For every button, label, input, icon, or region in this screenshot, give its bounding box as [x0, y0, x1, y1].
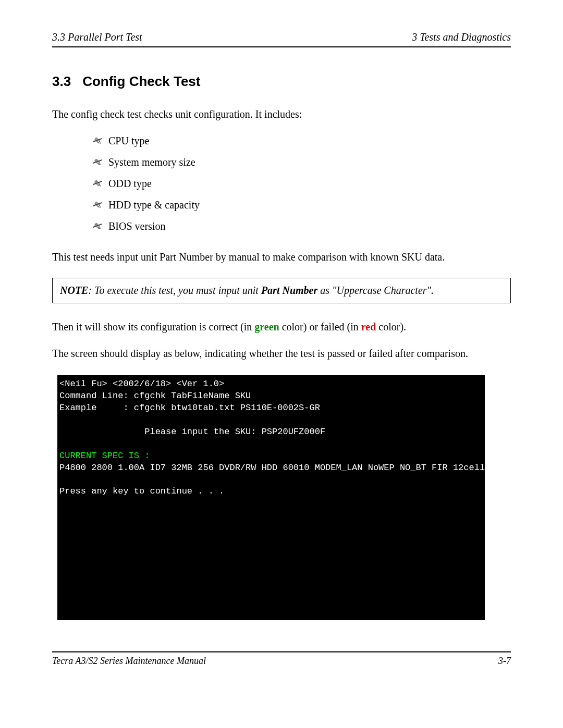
- term-line: P4800 2800 1.00A ID7 32MB 256 DVDR/RW HD…: [59, 463, 485, 473]
- note-emph: Part Number: [261, 285, 317, 296]
- term-line: Command Line: cfgchk TabFileName SKU: [59, 391, 251, 401]
- list-item-label: ODD type: [108, 178, 152, 190]
- list-item: ✎ ODD type: [94, 178, 511, 190]
- section-heading: 3.3Config Check Test: [52, 73, 511, 90]
- list-item: ✎ CPU type: [94, 135, 511, 147]
- intro-text: The config check test checks unit config…: [52, 108, 511, 120]
- check-list: ✎ CPU type ✎ System memory size ✎ ODD ty…: [52, 135, 511, 232]
- page-header: 3.3 Parallel Port Test 3 Tests and Diagn…: [52, 31, 511, 43]
- result-sentence: Then it will show its configuration is c…: [52, 321, 511, 333]
- list-item: ✎ System memory size: [94, 156, 511, 168]
- note-label: NOTE: [60, 285, 88, 296]
- list-item-label: CPU type: [108, 135, 149, 147]
- header-rule: [52, 46, 511, 47]
- term-line: Example : cfgchk btw10tab.txt PS110E-000…: [59, 403, 320, 413]
- red-word: red: [361, 321, 376, 332]
- list-item-label: HDD type & capacity: [108, 199, 200, 211]
- list-item-label: System memory size: [108, 156, 195, 168]
- pencil-icon: ✎: [94, 221, 108, 232]
- term-line-green: CURRENT SPEC IS :: [59, 451, 150, 461]
- note-text-before: : To execute this test, you must input u…: [88, 285, 261, 296]
- term-line: Please input the SKU: PSP20UFZ000F: [59, 427, 325, 437]
- list-item: ✎ HDD type & capacity: [94, 199, 511, 211]
- section-title: Config Check Test: [82, 73, 200, 89]
- result-before: Then it will show its configuration is c…: [52, 321, 254, 332]
- list-item-label: BIOS version: [108, 220, 165, 232]
- pencil-icon: ✎: [94, 157, 108, 168]
- section-number: 3.3: [52, 73, 71, 89]
- result-after: color).: [376, 321, 406, 332]
- term-line: <Neil Fu> <2002/6/18> <Ver 1.0>: [59, 379, 224, 389]
- note-box: NOTE: To execute this test, you must inp…: [52, 278, 511, 303]
- footer-rule: [52, 651, 511, 652]
- green-word: green: [254, 321, 279, 332]
- footer-left: Tecra A3/S2 Series Maintenance Manual: [52, 656, 206, 667]
- pencil-icon: ✎: [94, 200, 108, 211]
- paragraph-after-list: This test needs input unit Part Number b…: [52, 251, 511, 263]
- header-left: 3.3 Parallel Port Test: [52, 31, 142, 43]
- note-text-after: as "Uppercase Character".: [317, 285, 434, 296]
- header-right: 3 Tests and Diagnostics: [412, 31, 511, 43]
- below-sentence: The screen should display as below, indi…: [52, 348, 511, 360]
- pencil-icon: ✎: [94, 178, 108, 190]
- list-item: ✎ BIOS version: [94, 220, 511, 232]
- pencil-icon: ✎: [94, 135, 108, 147]
- footer-right: 3-7: [498, 656, 511, 667]
- terminal-screenshot: <Neil Fu> <2002/6/18> <Ver 1.0> Command …: [57, 375, 485, 620]
- term-line: Press any key to continue . . .: [59, 486, 224, 496]
- page-footer: Tecra A3/S2 Series Maintenance Manual 3-…: [52, 656, 511, 667]
- result-mid: color) or failed (in: [279, 321, 361, 332]
